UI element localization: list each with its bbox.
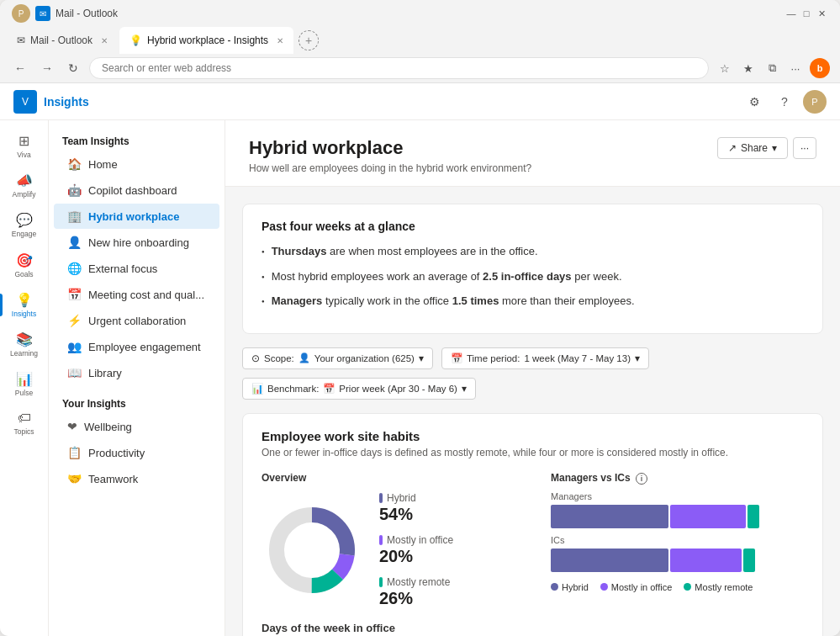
home-icon: 🏠	[67, 157, 82, 171]
help-icon[interactable]: ?	[773, 90, 796, 114]
scope-avatar: 👤	[298, 352, 310, 363]
engage-icon: 💬	[16, 212, 33, 228]
mail-tab-icon: ✉	[17, 34, 25, 46]
sidebar-item-urgent[interactable]: ⚡ Urgent collaboration	[54, 308, 219, 333]
insights-tab-close[interactable]: ✕	[277, 36, 283, 45]
content-body: Past four weeks at a glance ● Thursdays …	[225, 187, 840, 636]
sidebar-item-newhire[interactable]: 👤 New hire onboarding	[54, 230, 219, 255]
ics-office-segment	[670, 549, 742, 572]
glance-text-bold-1: Thursdays	[272, 245, 327, 257]
close-button[interactable]: ✕	[815, 7, 828, 20]
app-header-right: ⚙ ? P	[742, 90, 827, 114]
employee-icon: 👥	[67, 340, 82, 353]
meeting-icon: 📅	[67, 288, 82, 301]
nav-item-topics[interactable]: 🏷 Topics	[3, 405, 45, 442]
app-header-left: V Insights	[13, 90, 89, 114]
content-header-top: Hybrid workplace How well are employees …	[249, 137, 816, 174]
calendar-icon: 📅	[451, 352, 462, 364]
nav-item-insights[interactable]: 💡 Insights	[3, 286, 45, 324]
pulse-icon: 📊	[16, 371, 33, 387]
time-filter[interactable]: 📅 Time period: 1 week (May 7 - May 13) ▾	[441, 347, 649, 369]
page-title: Hybrid workplace	[249, 137, 531, 159]
mail-tab-close[interactable]: ✕	[101, 36, 108, 45]
share-chevron-icon: ▾	[772, 142, 777, 154]
donut-chart	[262, 500, 362, 601]
new-tab-button[interactable]: +	[298, 30, 319, 50]
share-settings-icon[interactable]: ⚙	[742, 90, 766, 114]
glance-title: Past four weeks at a glance	[262, 220, 804, 233]
scope-filter[interactable]: ⊙ Scope: 👤 Your organization (625) ▾	[242, 347, 433, 369]
sidebar-item-library[interactable]: 📖 Library	[54, 360, 219, 385]
tab-insights[interactable]: 💡 Hybrid workplace - Insights ✕	[119, 27, 293, 54]
window-controls: P ✉ Mail - Outlook	[12, 4, 118, 23]
share-button[interactable]: ↗ Share ▾	[717, 137, 788, 159]
ics-row-label: ICs	[551, 535, 804, 545]
forward-button[interactable]: →	[37, 60, 57, 77]
benchmark-calendar-icon: 📅	[323, 383, 335, 395]
settings-icon[interactable]: ···	[786, 59, 805, 77]
back-button[interactable]: ←	[10, 60, 30, 77]
nav-item-amplify[interactable]: 📣 Amplify	[3, 167, 45, 204]
sidebar-item-employee[interactable]: 👥 Employee engagement	[54, 334, 219, 359]
ics-bar-row	[551, 549, 804, 572]
sidebar-item-productivity[interactable]: 📋 Productivity	[54, 440, 219, 465]
benchmark-filter[interactable]: 📊 Benchmark: 📅 Prior week (Apr 30 - May …	[242, 378, 476, 400]
managers-vs-ics-chart: Managers vs ICs i Managers ICs	[551, 472, 804, 592]
refresh-button[interactable]: ↻	[64, 60, 82, 77]
time-value: 1 week (May 7 - May 13)	[524, 353, 631, 363]
user-avatar[interactable]: P	[803, 90, 827, 114]
sidebar-item-home[interactable]: 🏠 Home	[54, 151, 219, 177]
wellbeing-icon: ❤	[67, 420, 77, 433]
edge-icon[interactable]: b	[810, 58, 830, 78]
share-icon: ↗	[728, 142, 737, 154]
sidebar-divider	[49, 386, 225, 393]
tab-mail[interactable]: ✉ Mail - Outlook ✕	[7, 27, 118, 54]
mostly-office-value: 20%	[379, 547, 453, 566]
sidebar-item-wellbeing[interactable]: ❤ Wellbeing	[54, 414, 219, 439]
main-content: Hybrid workplace How well are employees …	[225, 120, 840, 636]
sidebar-item-teamwork[interactable]: 🤝 Teamwork	[54, 466, 219, 491]
address-input[interactable]	[89, 57, 709, 79]
glance-text-2a: Most hybrid employees work an average of	[272, 270, 483, 283]
nav-item-pulse[interactable]: 📊 Pulse	[3, 365, 45, 403]
managers-row-label: Managers	[551, 491, 804, 501]
sidebar-item-copilot[interactable]: 🤖 Copilot dashboard	[54, 178, 219, 203]
topics-icon: 🏷	[18, 411, 31, 426]
maximize-button[interactable]: □	[800, 7, 813, 20]
sidebar: Team Insights 🏠 Home 🤖 Copilot dashboard…	[49, 120, 225, 636]
collections-icon[interactable]: ⧉	[763, 59, 781, 77]
overview-title: Overview	[262, 472, 531, 484]
more-options-button[interactable]: ···	[793, 137, 816, 159]
benchmark-label: Benchmark:	[267, 384, 319, 394]
sidebar-item-hybrid[interactable]: 🏢 Hybrid workplace	[54, 204, 219, 229]
info-icon[interactable]: i	[636, 473, 647, 485]
bookmark-icon[interactable]: ☆	[716, 59, 734, 77]
window-title: Mail - Outlook	[55, 8, 118, 19]
nav-item-viva[interactable]: ⊞ Viva	[3, 127, 45, 165]
managers-vs-ics-title: Managers vs ICs i	[551, 472, 804, 485]
goals-icon: 🎯	[16, 252, 33, 268]
urgent-icon: ⚡	[67, 314, 82, 327]
hybrid-value: 54%	[379, 505, 453, 524]
nav-item-learning[interactable]: 📚 Learning	[3, 326, 45, 363]
glance-text-3a: typically work in the office	[322, 294, 452, 307]
donut-legend: Hybrid 54% Mostly in office	[379, 492, 453, 608]
favorites-icon[interactable]: ★	[739, 59, 758, 77]
app-inner: ⊞ Viva 📣 Amplify 💬 Engage 🎯 Goals 💡	[0, 120, 840, 636]
scope-chevron-icon: ▾	[419, 352, 424, 364]
nav-item-goals[interactable]: 🎯 Goals	[3, 246, 45, 284]
nav-item-engage[interactable]: 💬 Engage	[3, 206, 45, 244]
copilot-icon: 🤖	[67, 183, 82, 197]
teamwork-icon: 🤝	[67, 472, 82, 485]
legend-hybrid-dot-label: Hybrid	[551, 582, 589, 592]
sidebar-item-meeting[interactable]: 📅 Meeting cost and qual...	[54, 282, 219, 307]
glance-text-bold-3b: 1.5 times	[452, 294, 499, 307]
profile-icon[interactable]: P	[12, 4, 30, 23]
minimize-button[interactable]: —	[785, 7, 798, 20]
title-bar: P ✉ Mail - Outlook — □ ✕	[0, 0, 840, 27]
sidebar-item-external[interactable]: 🌐 External focus	[54, 256, 219, 281]
mostly-office-label: Mostly in office	[387, 534, 453, 546]
remote-bar	[379, 577, 383, 587]
hybrid-icon: 🏢	[67, 209, 82, 223]
benchmark-icon: 📊	[251, 383, 263, 395]
